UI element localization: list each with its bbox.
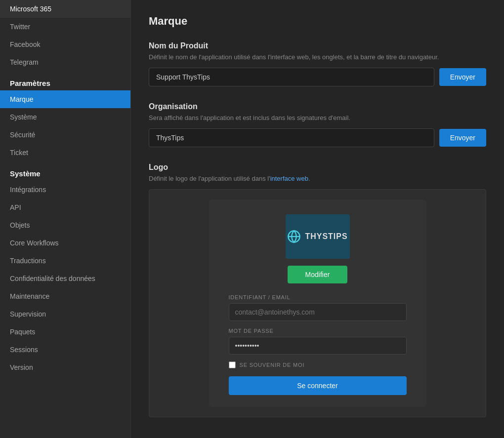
logo-globe-icon xyxy=(287,230,301,243)
organisation-input[interactable] xyxy=(149,128,434,147)
product-name-submit[interactable]: Envoyer xyxy=(439,68,486,86)
product-name-title: Nom du Produit xyxy=(149,41,486,50)
logo-image-box: THYSTIPS xyxy=(286,214,350,259)
page-title: Marque xyxy=(149,15,486,28)
sidebar-item-paquets[interactable]: Paquets xyxy=(0,323,130,341)
organisation-submit[interactable]: Envoyer xyxy=(439,129,486,147)
sidebar-item-version[interactable]: Version xyxy=(0,358,130,376)
logo-preview-area: THYSTIPS Modifier IDENTIFIANT / EMAIL MO… xyxy=(149,189,486,417)
sidebar-item-telegram[interactable]: Telegram xyxy=(0,53,130,71)
sidebar-item-sessions[interactable]: Sessions xyxy=(0,341,130,358)
sidebar-item-facebook[interactable]: Facebook xyxy=(0,36,130,53)
sidebar-item-integrations[interactable]: Intégrations xyxy=(0,181,130,199)
logo-section: Logo Définit le logo de l'application ut… xyxy=(149,163,486,417)
sidebar-item-systeme[interactable]: Système xyxy=(0,108,130,126)
product-name-row: Envoyer xyxy=(149,68,486,86)
product-name-description: Définit le nom de l'application utilisé … xyxy=(149,53,486,61)
organisation-row: Envoyer xyxy=(149,128,486,147)
logo-description: Définit le logo de l'application utilisé… xyxy=(149,175,486,182)
login-preview-box: THYSTIPS Modifier IDENTIFIANT / EMAIL MO… xyxy=(209,199,426,407)
sidebar-item-microsoft365[interactable]: Microsoft 365 xyxy=(0,0,130,18)
password-label: MOT DE PASSE xyxy=(229,328,407,334)
product-name-input[interactable] xyxy=(149,68,434,86)
organisation-section: Organisation Sera affiché dans l'applica… xyxy=(149,102,486,147)
sidebar-item-securite[interactable]: Sécurité xyxy=(0,126,130,144)
connect-button[interactable]: Se connecter xyxy=(229,376,407,395)
logo-brand-text: THYSTIPS xyxy=(305,232,347,241)
organisation-title: Organisation xyxy=(149,102,486,111)
sidebar-item-traductions[interactable]: Traductions xyxy=(0,252,130,270)
product-name-section: Nom du Produit Définit le nom de l'appli… xyxy=(149,41,486,86)
sidebar-item-core-workflows[interactable]: Core Workflows xyxy=(0,234,130,252)
sidebar-item-objets[interactable]: Objets xyxy=(0,216,130,234)
remember-row: SE SOUVENIR DE MOI xyxy=(229,361,407,368)
sidebar-item-supervision[interactable]: Supervision xyxy=(0,305,130,323)
remember-label: SE SOUVENIR DE MOI xyxy=(240,362,305,368)
logo-title: Logo xyxy=(149,163,486,172)
sidebar: Microsoft 365TwitterFacebookTelegram Par… xyxy=(0,0,131,438)
main-content: Marque Nom du Produit Définit le nom de … xyxy=(131,0,504,438)
sidebar-item-marque[interactable]: Marque xyxy=(0,90,130,108)
parametres-header: Paramètres xyxy=(0,71,130,90)
logo-desc-link: interface web xyxy=(270,175,308,182)
sidebar-item-ticket[interactable]: Ticket xyxy=(0,144,130,161)
sidebar-item-maintenance[interactable]: Maintenance xyxy=(0,287,130,305)
sidebar-item-confidentialite[interactable]: Confidentialité des données xyxy=(0,270,130,287)
organisation-description: Sera affiché dans l'application et est i… xyxy=(149,114,486,121)
sidebar-item-twitter[interactable]: Twitter xyxy=(0,18,130,36)
login-form-preview: IDENTIFIANT / EMAIL MOT DE PASSE SE SOUV… xyxy=(229,294,407,395)
remember-checkbox[interactable] xyxy=(229,361,236,368)
modifier-button[interactable]: Modifier xyxy=(288,266,348,283)
email-label: IDENTIFIANT / EMAIL xyxy=(229,294,407,300)
password-preview-input[interactable] xyxy=(229,337,407,355)
systeme-header: Système xyxy=(0,161,130,181)
email-preview-input[interactable] xyxy=(229,303,407,321)
sidebar-item-api[interactable]: API xyxy=(0,199,130,216)
